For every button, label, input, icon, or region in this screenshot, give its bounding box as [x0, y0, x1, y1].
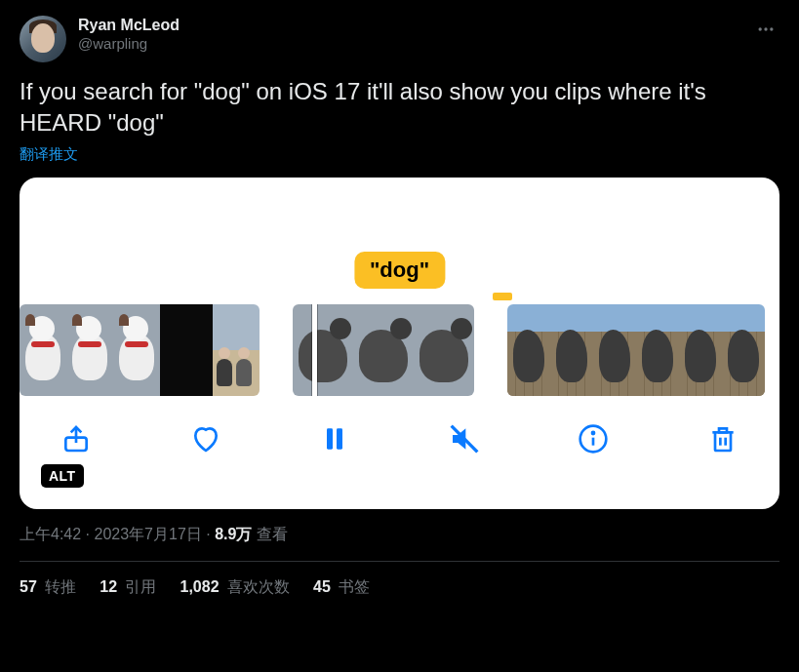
avatar[interactable]: [20, 16, 66, 62]
timeline-frame: [20, 304, 66, 396]
clip-group-2-active[interactable]: [293, 304, 474, 396]
retweets-stat[interactable]: 57 转推: [20, 577, 76, 598]
bookmarks-stat[interactable]: 45 书签: [313, 577, 370, 598]
timeline-frame: [593, 304, 636, 396]
tweet-stats: 57 转推 12 引用 1,082 喜欢次数 45 书签: [20, 562, 779, 598]
display-name[interactable]: Ryan McLeod: [78, 16, 180, 35]
share-button[interactable]: [57, 419, 96, 458]
timeline-frame: [507, 304, 550, 396]
timeline-frame: [679, 304, 722, 396]
more-icon: [756, 20, 776, 39]
user-handle[interactable]: @warpling: [78, 35, 180, 54]
clip-group-1[interactable]: [20, 304, 260, 396]
info-icon: [578, 423, 609, 455]
media-toolbar: [20, 396, 779, 458]
tweet-meta: 上午4:42 · 2023年7月17日 · 8.9万 查看: [20, 525, 779, 545]
user-info: Ryan McLeod @warpling: [78, 16, 180, 54]
svg-point-2: [770, 27, 773, 30]
timeline-frame: [160, 304, 213, 396]
timeline-frame: [636, 304, 679, 396]
caption-marker: [493, 293, 512, 300]
mute-button[interactable]: [445, 419, 484, 458]
timeline-frame: [353, 304, 414, 396]
more-button[interactable]: [752, 16, 779, 47]
svg-point-1: [764, 27, 767, 30]
pause-button[interactable]: [315, 419, 354, 458]
media-preview-area: "dog": [20, 178, 779, 304]
share-icon: [60, 423, 92, 455]
tweet-text: If you search for "dog" on iOS 17 it'll …: [20, 76, 779, 139]
timeline-frame: [213, 304, 260, 396]
video-timeline[interactable]: [20, 304, 779, 396]
likes-stat[interactable]: 1,082 喜欢次数: [180, 577, 291, 598]
like-button[interactable]: [186, 419, 225, 458]
translate-link[interactable]: 翻译推文: [20, 145, 78, 164]
tweet-time[interactable]: 上午4:42: [20, 526, 81, 542]
timeline-frame: [414, 304, 474, 396]
alt-badge[interactable]: ALT: [41, 464, 84, 488]
views-label: 查看: [252, 526, 287, 542]
timeline-frame: [550, 304, 593, 396]
timeline-frame: [722, 304, 765, 396]
timeline-frame: [66, 304, 113, 396]
svg-rect-4: [327, 428, 333, 449]
info-button[interactable]: [574, 419, 613, 458]
media-card[interactable]: "dog": [20, 178, 779, 509]
caption-bubble: "dog": [354, 252, 445, 289]
tweet-header: Ryan McLeod @warpling: [20, 16, 779, 62]
svg-point-9: [592, 432, 594, 434]
views-count[interactable]: 8.9万: [215, 526, 252, 542]
trash-button[interactable]: [703, 419, 742, 458]
trash-icon: [707, 423, 739, 455]
timeline-frame: [113, 304, 160, 396]
tweet-date[interactable]: 2023年7月17日: [94, 526, 201, 542]
heart-icon: [190, 423, 221, 455]
clip-group-3[interactable]: [507, 304, 765, 396]
pause-icon: [319, 423, 350, 455]
quotes-stat[interactable]: 12 引用: [100, 577, 156, 598]
timeline-frame: [293, 304, 353, 396]
svg-rect-5: [337, 428, 342, 449]
svg-point-0: [759, 27, 762, 30]
tweet-container: Ryan McLeod @warpling If you search for …: [0, 0, 799, 613]
mute-icon: [449, 423, 480, 455]
playhead[interactable]: [312, 304, 317, 396]
